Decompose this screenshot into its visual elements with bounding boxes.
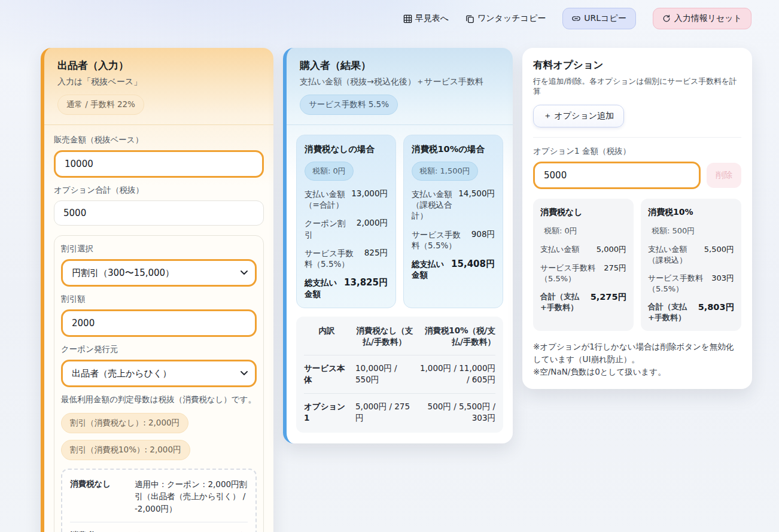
options-title: 有料オプション <box>533 59 741 72</box>
applied-row-text: 適用中：クーポン：2,000円割引（出品者（売上から引く） / -2,000円） <box>135 530 248 532</box>
result-row-value: 825円 <box>364 248 388 259</box>
option-card-title: 消費税10% <box>648 207 734 218</box>
discount-select-label: 割引選択 <box>61 244 257 254</box>
buyer-panel-body: 消費税なしの場合 税額: 0円 支払い金額（=合計） 13,000円 クーポン割… <box>287 125 513 443</box>
options-note: ※オプションが1行しかない場合は削除ボタンを無効化しています（UI崩れ防止）。 <box>533 341 741 366</box>
options-panel-body: オプション1 金額（税抜） 削除 消費税なし 税額: 0円 支払い金額 5,00… <box>522 138 752 389</box>
option-row-label: サービス手数料（5.5%） <box>648 273 707 294</box>
result-row-value: 13,000円 <box>351 189 388 199</box>
result-row: サービス手数料（5.5%） 908円 <box>412 229 495 251</box>
applied-row-tax10: 消費税10% 適用中：クーポン：2,000円割引（出品者（売上から引く） / -… <box>70 522 248 532</box>
service-fee-badge: サービス手数料 5.5% <box>300 95 398 115</box>
result-total-value: 13,825円 <box>344 277 388 288</box>
one-touch-copy-label: ワンタッチコピー <box>477 13 546 24</box>
toolbar: 早見表へ ワンタッチコピー URLコピー 入力情報リセット <box>403 8 751 29</box>
options-total-input[interactable] <box>54 200 264 226</box>
coupon-source-label: クーポン発行元 <box>61 344 257 355</box>
option-row: サービス手数料（5.5%） 275円 <box>540 263 626 284</box>
result-row: 支払い金額（課税込合計） 14,500円 <box>412 189 495 221</box>
price-input[interactable] <box>54 150 264 178</box>
option-row: 支払い金額（課税込） 5,500円 <box>648 244 734 265</box>
result-card-tax10: 消費税10%の場合 税額: 1,500円 支払い金額（課税込合計） 14,500… <box>403 135 503 308</box>
breakdown-row-tax10: 1,000円 / 11,000円 / 605円 <box>419 363 495 386</box>
add-option-button[interactable]: ＋ オプション追加 <box>533 105 624 127</box>
reset-inputs-button[interactable]: 入力情報リセット <box>653 8 751 29</box>
option-total-row: 合計（支払+手数料） 5,275円 <box>540 291 626 312</box>
breakdown-row-no-tax: 5,000円 / 275円 <box>355 401 413 424</box>
discount-tax10-badge: 割引（消費税10%）: 2,000円 <box>61 440 190 460</box>
option-row: 支払い金額 5,000円 <box>540 244 626 255</box>
option-row-label: 支払い金額（課税込） <box>648 244 699 265</box>
link-icon <box>572 14 580 23</box>
delete-option-label: 削除 <box>716 170 732 180</box>
options-total-label: オプション合計（税抜） <box>54 185 264 196</box>
breakdown-row-no-tax: 10,000円 / 550円 <box>355 363 413 386</box>
min-usage-note: 最低利用金額の判定母数は税抜（消費税なし）です。 <box>61 394 257 405</box>
applied-row-label: 消費税10% <box>70 530 129 532</box>
coupon-source-select[interactable]: 出品者（売上からひく） <box>61 360 257 387</box>
discount-type-select-wrap: 円割引（300〜15,000） <box>61 259 257 287</box>
url-copy-button[interactable]: URLコピー <box>562 8 635 29</box>
breakdown-col-header: 消費税なし（支払/手数料） <box>355 325 413 348</box>
discount-badge-row: 割引（消費税なし）: 2,000円 <box>61 406 257 433</box>
coupon-source-select-wrap: 出品者（売上からひく） <box>61 360 257 387</box>
applied-row-text: 適用中：クーポン：2,000円割引（出品者（売上から引く） / -2,000円） <box>135 478 248 515</box>
buyer-title: 購入者（結果） <box>300 59 500 72</box>
result-total-row: 総支払い金額 13,825円 <box>305 277 388 299</box>
option-row-value: 5,500円 <box>704 244 734 255</box>
delete-option-button[interactable]: 削除 <box>707 163 741 188</box>
options-note: ※空/NaN/負数は0として扱います。 <box>533 366 741 378</box>
result-row-label: サービス手数料（5.5%） <box>305 248 360 269</box>
discount-no-tax-badge: 割引（消費税なし）: 2,000円 <box>61 413 188 433</box>
result-total-row: 総支払い金額 15,408円 <box>412 259 495 280</box>
seller-subtitle: 入力は「税抜ベース」 <box>57 77 260 87</box>
result-row: クーポン割引 2,000円 <box>305 218 388 239</box>
option1-amount-input[interactable] <box>533 162 701 189</box>
result-row: サービス手数料（5.5%） 825円 <box>305 248 388 269</box>
discount-badge-row: 割引（消費税10%）: 2,000円 <box>61 433 257 460</box>
result-total-value: 15,408円 <box>451 259 495 270</box>
reset-inputs-label: 入力情報リセット <box>674 13 742 24</box>
discount-amount-label: 割引額 <box>61 294 257 305</box>
result-row-label: 支払い金額（=合計） <box>305 189 346 210</box>
tax-amount-badge: 税額: 0円 <box>305 162 354 181</box>
option-tax-line: 税額: 500円 <box>652 226 734 236</box>
option-row-label: 支払い金額 <box>540 244 579 255</box>
options-subtitle: 行を追加/削除。各オプションは個別にサービス手数料を計算 <box>533 77 741 97</box>
quick-table-button[interactable]: 早見表へ <box>403 13 449 24</box>
result-row-value: 14,500円 <box>458 189 495 199</box>
option-row-label: サービス手数料（5.5%） <box>540 263 599 284</box>
buyer-panel: 購入者（結果） 支払い金額（税抜→税込化後）＋サービス手数料 サービス手数料 5… <box>283 48 513 443</box>
result-total-label: 総支払い金額 <box>305 277 339 299</box>
option1-row: 削除 <box>533 162 741 189</box>
result-row: 支払い金額（=合計） 13,000円 <box>305 189 388 210</box>
breakdown-row-option1: オプション1 5,000円 / 275円 500円 / 5,500円 / 303… <box>304 393 495 431</box>
applied-discount-card: 消費税なし 適用中：クーポン：2,000円割引（出品者（売上から引く） / -2… <box>61 469 257 532</box>
options-notes: ※オプションが1行しかない場合は削除ボタンを無効化しています（UI崩れ防止）。 … <box>533 341 741 378</box>
add-option-label: ＋ オプション追加 <box>543 111 614 121</box>
option-card-tax10: 消費税10% 税額: 500円 支払い金額（課税込） 5,500円 サービス手数… <box>641 199 741 331</box>
discount-type-select[interactable]: 円割引（300〜15,000） <box>61 259 257 287</box>
buyer-panel-header: 購入者（結果） 支払い金額（税抜→税込化後）＋サービス手数料 サービス手数料 5… <box>287 48 513 125</box>
reset-icon <box>662 14 671 23</box>
buyer-result-cards: 消費税なしの場合 税額: 0円 支払い金額（=合計） 13,000円 クーポン割… <box>296 135 503 308</box>
url-copy-label: URLコピー <box>584 13 626 24</box>
option-total-row: 合計（支払+手数料） 5,803円 <box>648 302 734 323</box>
option-total-label: 合計（支払+手数料） <box>648 302 693 323</box>
breakdown-table: 内訳 消費税なし（支払/手数料） 消費税10%（税/支払/手数料） サービス本体… <box>296 317 503 433</box>
price-label: 販売金額（税抜ベース） <box>54 135 264 145</box>
one-touch-copy-button[interactable]: ワンタッチコピー <box>465 13 546 24</box>
breakdown-col-header: 内訳 <box>304 325 349 336</box>
paid-options-panel: 有料オプション 行を追加/削除。各オプションは個別にサービス手数料を計算 ＋ オ… <box>522 48 752 389</box>
discount-amount-input[interactable] <box>61 309 257 337</box>
option1-amount-label: オプション1 金額（税抜） <box>533 146 741 157</box>
option-total-label: 合計（支払+手数料） <box>540 291 586 312</box>
result-row-value: 908円 <box>471 229 495 240</box>
seller-panel: 出品者（入力） 入力は「税抜ベース」 通常 / 手数料 22% 販売金額（税抜ベ… <box>41 48 273 532</box>
breakdown-table-header: 内訳 消費税なし（支払/手数料） 消費税10%（税/支払/手数料） <box>304 318 495 355</box>
breakdown-row-name: オプション1 <box>304 401 349 424</box>
option-card-no-tax: 消費税なし 税額: 0円 支払い金額 5,000円 サービス手数料（5.5%） … <box>533 199 634 331</box>
option-tax-line: 税額: 0円 <box>544 226 626 236</box>
result-row-value: 2,000円 <box>357 218 388 229</box>
main-panels: 出品者（入力） 入力は「税抜ベース」 通常 / 手数料 22% 販売金額（税抜ベ… <box>41 48 752 532</box>
